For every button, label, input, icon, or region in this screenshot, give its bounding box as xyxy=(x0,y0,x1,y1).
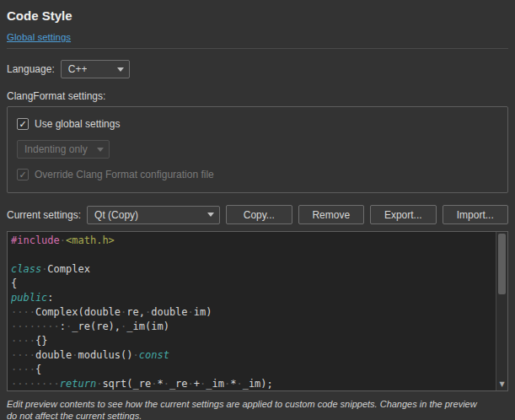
remove-button[interactable]: Remove xyxy=(298,205,364,224)
copy-button[interactable]: Copy... xyxy=(226,205,292,224)
current-settings-row: Current settings: Qt (Copy) Copy... Remo… xyxy=(7,205,508,224)
import-button[interactable]: Import... xyxy=(443,205,508,224)
code-style-pane: Code Style Global settings Language: C++… xyxy=(0,0,515,420)
clangformat-settings-label: ClangFormat settings: xyxy=(7,90,508,102)
code-line xyxy=(11,248,494,262)
override-clangformat-checkbox: Override Clang Format configuration file xyxy=(17,169,498,180)
export-button[interactable]: Export... xyxy=(370,205,436,224)
language-value: C++ xyxy=(68,63,88,75)
language-row: Language: C++ xyxy=(7,60,508,78)
footer-note: Edit preview contents to see how the cur… xyxy=(7,398,508,420)
code-line: ····{} xyxy=(11,334,494,348)
chevron-down-icon xyxy=(207,213,214,217)
clangformat-mode-select: Indenting only xyxy=(17,140,110,159)
chevron-down-icon xyxy=(117,67,124,72)
chevron-down-icon xyxy=(97,148,104,152)
divider xyxy=(7,48,508,49)
scroll-down-arrow-icon[interactable]: ▼ xyxy=(496,380,507,390)
code-line: public: xyxy=(11,291,494,305)
footer-note-line1: Edit preview contents to see how the cur… xyxy=(7,398,508,410)
checkbox-check-icon xyxy=(17,118,29,130)
code-line: ····{ xyxy=(11,363,494,377)
code-line: ····Complex(double·re,·double·im) xyxy=(11,305,494,320)
override-clangformat-label: Override Clang Format configuration file xyxy=(35,169,214,180)
checkbox-check-icon xyxy=(17,169,29,180)
current-settings-label: Current settings: xyxy=(7,209,81,221)
scrollbar-thumb[interactable] xyxy=(498,234,506,294)
code-editor-content[interactable]: #include·<math.h>class·Complex{public:··… xyxy=(11,234,494,390)
code-line: ········return·sqrt(_re·*·_re·+·_im·*·_i… xyxy=(11,377,494,390)
vertical-scrollbar[interactable]: ▼ xyxy=(496,232,507,390)
clangformat-mode-value: Indenting only xyxy=(24,143,88,155)
footer-note-line2: do not affect the current settings. xyxy=(7,410,508,420)
page-title: Code Style xyxy=(7,8,508,23)
current-settings-value: Qt (Copy) xyxy=(94,209,138,221)
current-settings-select[interactable]: Qt (Copy) xyxy=(87,206,220,224)
code-line: #include·<math.h> xyxy=(11,234,494,248)
clangformat-groupbox: Use global settings Indenting only Overr… xyxy=(7,106,508,193)
code-line: { xyxy=(11,277,494,291)
language-select[interactable]: C++ xyxy=(61,60,130,78)
global-settings-link[interactable]: Global settings xyxy=(7,32,71,42)
code-line: ····double·modulus()·const xyxy=(11,348,494,363)
use-global-settings-checkbox[interactable]: Use global settings xyxy=(17,118,498,130)
code-line: ········:·_re(re),·_im(im) xyxy=(11,320,494,334)
code-preview-editor[interactable]: #include·<math.h>class·Complex{public:··… xyxy=(7,231,508,391)
code-line: class·Complex xyxy=(11,262,494,277)
language-label: Language: xyxy=(7,63,55,75)
use-global-settings-label: Use global settings xyxy=(35,118,120,130)
